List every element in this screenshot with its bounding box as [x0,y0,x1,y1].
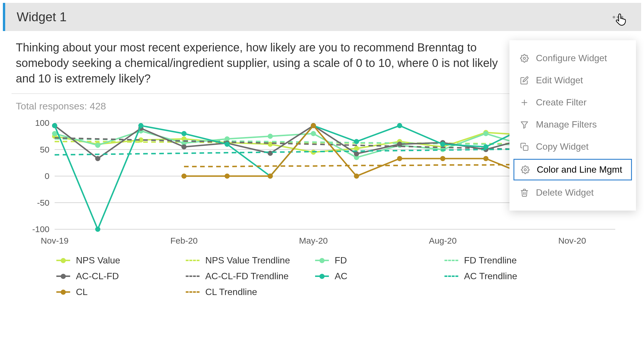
svg-text:100: 100 [35,118,49,128]
legend-label: CL [76,287,88,297]
svg-text:-100: -100 [32,224,49,234]
legend-swatch [184,272,201,280]
menu-item-color-and-line-mgmt[interactable]: Color and Line Mgmt [513,159,632,180]
question-text: Thinking about your most recent experien… [3,37,532,93]
legend-item[interactable]: CL Trendline [184,287,313,297]
menu-item-delete-widget[interactable]: Delete Widget [509,182,636,204]
legend-item[interactable]: NPS Value [55,255,184,266]
svg-point-57 [52,123,57,128]
svg-text:Nov-19: Nov-19 [41,236,69,245]
copy-icon [519,142,530,152]
legend-swatch [313,272,331,280]
menu-item-label: Delete Widget [536,187,594,198]
svg-point-34 [268,134,273,139]
widget-title: Widget 1 [17,10,67,24]
svg-point-73 [268,174,273,179]
gear-icon [519,53,530,63]
svg-point-76 [397,156,402,161]
legend-label: AC-CL-FD [76,271,119,282]
menu-item-label: Edit Widget [536,75,583,86]
legend-item[interactable]: CL [55,287,184,297]
menu-item-label: Copy Widget [536,141,589,152]
svg-point-30 [95,143,100,148]
legend-item[interactable]: FD Trendline [443,255,572,266]
svg-point-59 [138,123,143,128]
legend-swatch [55,288,72,296]
svg-point-67 [483,144,488,149]
svg-point-35 [311,131,316,136]
widget-header: Widget 1 ••• [3,3,641,31]
svg-rect-86 [523,146,528,150]
svg-point-60 [181,131,187,136]
svg-point-44 [95,156,100,161]
menu-item-label: Manage Filters [536,119,597,130]
legend-label: FD Trendline [464,255,517,266]
menu-item-copy-widget[interactable]: Copy Widget [509,136,636,158]
menu-item-configure-widget[interactable]: Configure Widget [509,47,636,69]
svg-point-46 [181,144,187,149]
svg-marker-85 [521,122,528,128]
legend-item[interactable]: NPS Value Trendline [184,255,313,266]
menu-item-label: Configure Widget [536,53,607,63]
context-menu: Configure WidgetEdit WidgetCreate Filter… [509,40,636,211]
cursor-hand-icon [614,12,627,26]
svg-point-71 [181,174,187,179]
chart-legend: NPS ValueNPS Value TrendlineFDFD Trendli… [3,249,641,297]
total-responses-label: Total responses: 428 [16,101,106,112]
legend-swatch [184,288,201,296]
menu-item-label: Color and Line Mgmt [537,164,622,175]
legend-item[interactable]: FD [313,255,443,266]
gear-icon [520,165,530,175]
svg-text:0: 0 [45,171,49,181]
legend-item[interactable]: AC-CL-FD Trendline [184,271,313,282]
menu-item-create-filter[interactable]: Create Filter [509,91,636,113]
more-options-button[interactable]: ••• [610,10,624,24]
svg-point-78 [483,156,488,161]
svg-text:Aug-20: Aug-20 [429,236,457,245]
edit-icon [519,75,530,86]
svg-point-65 [397,123,402,128]
svg-text:May-20: May-20 [299,236,328,245]
menu-item-label: Create Filter [536,97,586,108]
svg-point-39 [483,131,488,136]
legend-swatch [313,257,331,265]
menu-item-manage-filters[interactable]: Manage Filters [509,113,636,136]
svg-point-22 [354,146,359,151]
legend-label: AC-CL-FD Trendline [205,271,289,282]
legend-swatch [443,272,460,280]
legend-swatch [443,257,460,265]
svg-point-74 [311,123,316,128]
trash-icon [519,188,530,198]
legend-label: AC [335,271,347,282]
svg-point-48 [268,151,273,156]
svg-text:-50: -50 [37,198,49,207]
legend-label: NPS Value [76,255,120,266]
legend-item[interactable]: AC Trendline [443,271,572,282]
widget-container: Widget 1 ••• Thinking about your most re… [0,0,644,343]
svg-point-87 [524,169,526,171]
svg-point-77 [440,156,445,161]
legend-label: NPS Value Trendline [205,255,290,266]
legend-swatch [55,272,72,280]
legend-item[interactable]: AC [313,271,443,282]
svg-point-50 [354,151,359,156]
svg-text:Nov-20: Nov-20 [558,236,586,245]
funnel-icon [519,120,530,130]
svg-point-82 [523,57,526,59]
svg-point-64 [354,139,359,144]
svg-point-72 [225,174,230,179]
legend-item[interactable]: AC-CL-FD [55,271,184,282]
svg-point-75 [354,174,359,179]
legend-swatch [184,257,201,265]
menu-item-edit-widget[interactable]: Edit Widget [509,69,636,91]
svg-point-61 [225,142,230,147]
legend-swatch [55,257,72,265]
plus-icon [519,97,530,108]
svg-point-58 [95,227,100,232]
legend-label: AC Trendline [464,271,517,282]
svg-point-66 [440,142,445,147]
legend-label: CL Trendline [205,287,257,297]
svg-text:50: 50 [40,145,49,154]
legend-label: FD [335,255,347,266]
svg-text:Feb-20: Feb-20 [170,236,198,245]
